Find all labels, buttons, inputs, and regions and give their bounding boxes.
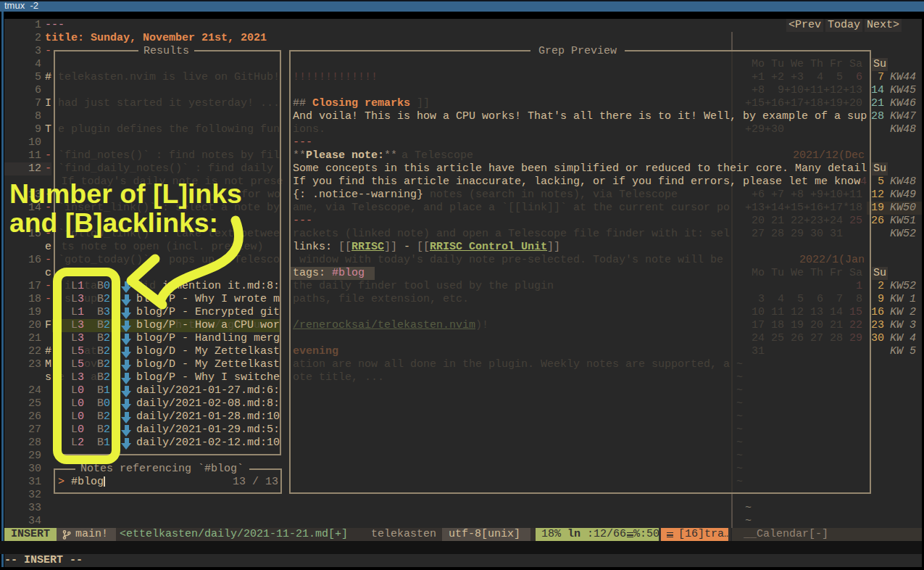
svg-text:and [B]acklinks:: and [B]acklinks:: [9, 208, 218, 238]
svg-text:Number of [L]inks: Number of [L]inks: [9, 179, 242, 209]
